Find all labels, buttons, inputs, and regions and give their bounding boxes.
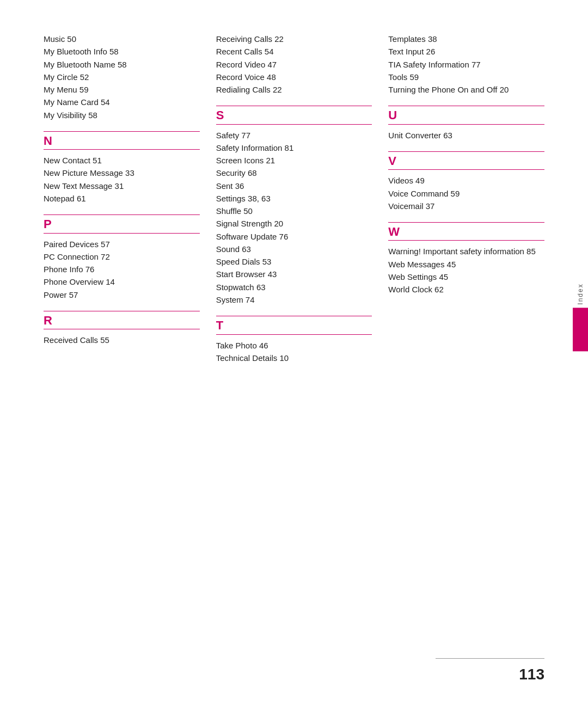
section-v-header: V [388,151,544,172]
entry-warning: Warning! Important safety information 85 [388,245,544,258]
side-tab-bar [573,308,588,351]
entry-pc-connection: PC Connection 72 [44,250,200,263]
section-r: R Received Calls 55 [44,311,200,347]
section-n-divider [44,131,200,132]
section-w-letter: W [388,225,544,239]
entry-my-bluetooth-name: My Bluetooth Name 58 [44,58,200,71]
entry-my-menu: My Menu 59 [44,83,200,96]
entry-settings: Settings 38, 63 [216,192,372,205]
entry-turning-phone: Turning the Phone On and Off 20 [388,83,544,96]
entry-web-settings: Web Settings 45 [388,271,544,283]
entry-recent-calls: Recent Calls 54 [216,45,372,58]
section-u: U Unit Converter 63 [388,106,544,142]
entry-world-clock: World Clock 62 [388,283,544,296]
section-r-header: R [44,311,200,332]
section-t-divider2 [216,334,372,335]
entry-system: System 74 [216,293,372,306]
entry-technical-details: Technical Details 10 [216,352,372,364]
section-s-divider [216,106,372,106]
section-v-divider2 [388,169,544,170]
section-n: N New Contact 51 New Picture Message 33 … [44,131,200,205]
page-container: Music 50 My Bluetooth Info 58 My Bluetoo… [0,0,588,705]
page-bottom-line [436,658,544,659]
section-w: W Warning! Important safety information … [388,222,544,296]
entry-notepad: Notepad 61 [44,192,200,205]
entry-software-update: Software Update 76 [216,230,372,243]
entry-receiving-calls: Receiving Calls 22 [216,33,372,45]
entry-my-visibility: My Visibility 58 [44,109,200,121]
section-v-letter: V [388,154,544,168]
section-s-letter: S [216,108,372,122]
section-u-divider [388,106,544,106]
section-u-header: U [388,106,544,126]
entry-sent: Sent 36 [216,180,372,192]
section-n-header: N [44,131,200,152]
section-t-letter: T [216,318,372,333]
section-n-letter: N [44,134,200,148]
entry-speed-dials: Speed Dials 53 [216,255,372,268]
section-p-divider [44,214,200,215]
column-3: Templates 38 Text Input 26 TIA Safety In… [388,33,544,374]
column-2: Receiving Calls 22 Recent Calls 54 Recor… [216,33,389,374]
section-m-entries: Music 50 My Bluetooth Info 58 My Bluetoo… [44,33,200,121]
section-v-divider [388,151,544,152]
entry-new-text-message: New Text Message 31 [44,180,200,192]
page-number: 113 [519,666,544,683]
section-t-continued: Templates 38 Text Input 26 TIA Safety In… [388,33,544,96]
section-p: P Paired Devices 57 PC Connection 72 Pho… [44,214,200,301]
index-columns: Music 50 My Bluetooth Info 58 My Bluetoo… [44,33,544,374]
section-u-letter: U [388,108,544,122]
entry-safety-information: Safety Information 81 [216,142,372,154]
entry-my-name-card: My Name Card 54 [44,96,200,108]
entry-record-voice: Record Voice 48 [216,71,372,83]
section-w-header: W [388,222,544,243]
entry-templates: Templates 38 [388,33,544,45]
entry-my-bluetooth-info: My Bluetooth Info 58 [44,45,200,58]
entry-received-calls: Received Calls 55 [44,334,200,346]
section-t-divider [216,316,372,316]
entry-safety: Safety 77 [216,129,372,142]
section-r-divider [44,311,200,311]
section-v: V Videos 49 Voice Command 59 Voicemail 3… [388,151,544,212]
entry-take-photo: Take Photo 46 [216,339,372,352]
entry-voice-command: Voice Command 59 [388,187,544,200]
entry-shuffle: Shuffle 50 [216,205,372,217]
side-tab-label: Index [577,283,584,304]
entry-unit-converter: Unit Converter 63 [388,129,544,142]
section-t-header: T [216,316,372,336]
entry-security: Security 68 [216,167,372,179]
entry-text-input: Text Input 26 [388,45,544,58]
entry-new-contact: New Contact 51 [44,154,200,167]
entry-tools: Tools 59 [388,71,544,83]
entry-my-circle: My Circle 52 [44,71,200,83]
section-s: S Safety 77 Safety Information 81 Screen… [216,106,372,306]
section-t: T Take Photo 46 Technical Details 10 [216,316,372,364]
section-s-header: S [216,106,372,126]
entry-start-browser: Start Browser 43 [216,268,372,280]
entry-phone-info: Phone Info 76 [44,263,200,275]
section-u-divider2 [388,124,544,125]
section-p-divider2 [44,233,200,234]
entry-sound: Sound 63 [216,243,372,255]
entry-web-messages: Web Messages 45 [388,258,544,271]
entry-music: Music 50 [44,33,200,45]
entry-new-picture-message: New Picture Message 33 [44,167,200,179]
entry-screen-icons: Screen Icons 21 [216,154,372,167]
entry-videos: Videos 49 [388,174,544,187]
section-w-divider2 [388,240,544,241]
section-n-divider2 [44,149,200,150]
index-side-tab: Index [573,283,588,351]
entry-voicemail: Voicemail 37 [388,200,544,212]
entry-paired-devices: Paired Devices 57 [44,238,200,250]
entry-stopwatch: Stopwatch 63 [216,281,372,293]
entry-tia-safety: TIA Safety Information 77 [388,58,544,71]
entry-phone-overview: Phone Overview 14 [44,275,200,288]
entry-redialing-calls: Redialing Calls 22 [216,83,372,96]
section-w-divider [388,222,544,223]
entry-signal-strength: Signal Strength 20 [216,217,372,230]
section-s-divider2 [216,124,372,125]
section-p-letter: P [44,217,200,231]
column-1: Music 50 My Bluetooth Info 58 My Bluetoo… [44,33,216,374]
section-r-continued: Receiving Calls 22 Recent Calls 54 Recor… [216,33,372,96]
section-p-header: P [44,214,200,235]
